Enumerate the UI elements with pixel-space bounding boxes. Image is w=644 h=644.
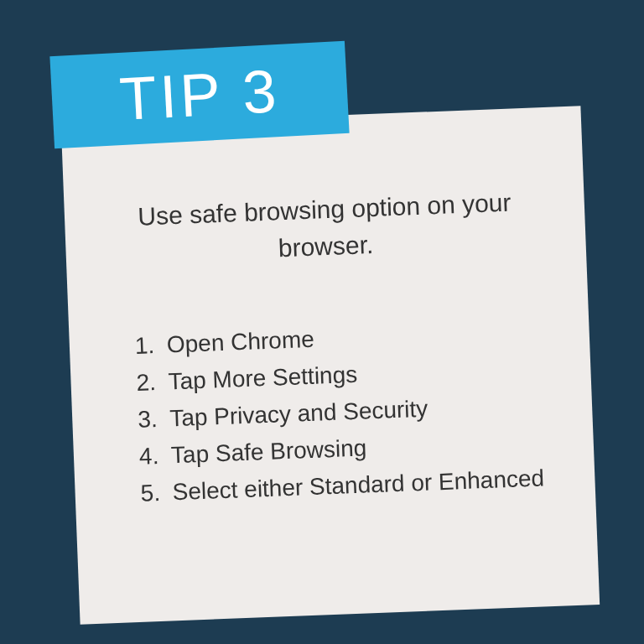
tip-number-badge: TIP 3: [49, 41, 349, 148]
tip-number-label: TIP 3: [118, 56, 282, 133]
tip-steps-list: Open Chrome Tap More Settings Tap Privac…: [111, 313, 553, 512]
tip-card: Use safe browsing option on your browser…: [61, 106, 600, 624]
tip-heading: Use safe browsing option on your browser…: [106, 183, 544, 273]
